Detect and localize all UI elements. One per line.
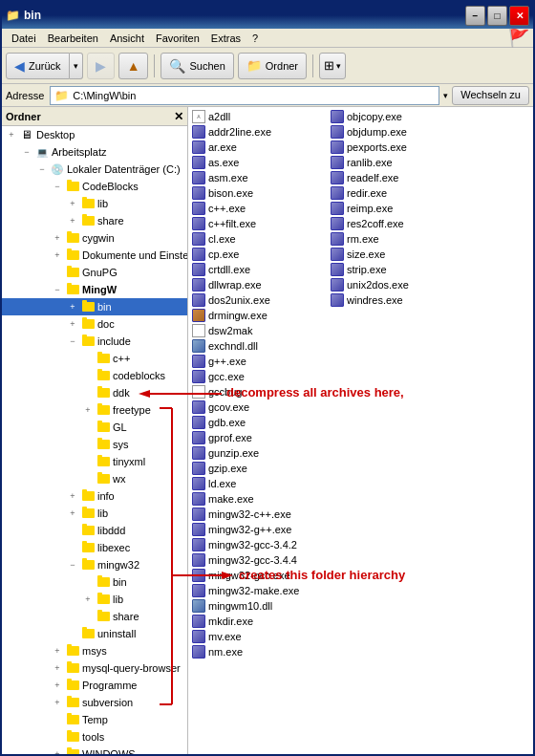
tree-item-share[interactable]: + share	[2, 212, 187, 229]
file-item-pexports[interactable]: pexports.exe	[329, 140, 467, 155]
tree-item-windows[interactable]: + WINDOWS	[2, 745, 187, 756]
folders-button[interactable]: 📁 Ordner	[238, 53, 307, 79]
back-button[interactable]: ◀ Zurück	[6, 53, 70, 79]
file-item-crtdll[interactable]: crtdll.exe	[190, 262, 329, 277]
file-item-mingw32gplusplus[interactable]: mingw32-g++.exe	[190, 522, 329, 537]
expand-lib3[interactable]: +	[80, 592, 96, 607]
expand-lib2[interactable]: +	[65, 506, 80, 521]
expand-mingw[interactable]: −	[50, 282, 65, 297]
file-item-unix2dos[interactable]: unix2dos.exe	[329, 277, 467, 292]
tree-item-freetype[interactable]: + freetype	[2, 401, 187, 419]
menu-extras[interactable]: Extras	[205, 31, 246, 46]
minimize-button[interactable]: −	[465, 6, 485, 26]
file-item-cplusfilt[interactable]: c++filt.exe	[190, 216, 329, 231]
tree-item-codeblocks2[interactable]: codeblocks	[2, 367, 187, 384]
file-item-bison[interactable]: bison.exe	[190, 185, 329, 201]
expand-lokaler[interactable]: −	[34, 162, 50, 177]
file-item-mingw32gcc342[interactable]: mingw32-gcc-3.4.2	[190, 537, 329, 552]
tree-item-programme[interactable]: + Programme	[2, 677, 187, 694]
go-button[interactable]: Wechseln zu	[452, 86, 529, 105]
file-item-gunzip[interactable]: gunzip.exe	[190, 445, 329, 461]
menu-datei[interactable]: Datei	[6, 31, 42, 46]
file-item-asm[interactable]: asm.exe	[190, 170, 329, 185]
file-item-mingw32make[interactable]: mingw32-make.exe	[190, 583, 329, 598]
tree-item-tinyxml[interactable]: tinyxml	[2, 453, 187, 470]
tree-item-msys[interactable]: + msys	[2, 642, 187, 659]
expand-info[interactable]: +	[65, 488, 80, 504]
tree-item-mingw[interactable]: − MingW	[2, 281, 187, 298]
file-item-reimp[interactable]: reimp.exe	[329, 201, 467, 216]
tree-item-lokaler[interactable]: − 💿 Lokaler Datenträger (C:)	[2, 161, 187, 178]
file-item-ar[interactable]: ar.exe	[190, 140, 329, 155]
tree-item-mysql[interactable]: + mysql-query-browser	[2, 659, 187, 677]
tree-item-arbeitsplatz[interactable]: − 💻 Arbeitsplatz	[2, 143, 187, 161]
file-item-mv[interactable]: mv.exe	[190, 629, 329, 644]
tree-item-bin2[interactable]: bin	[2, 573, 187, 591]
tree-item-bin[interactable]: + bin	[2, 298, 187, 315]
search-button[interactable]: 🔍 Suchen	[160, 53, 233, 79]
tree-item-dokumente[interactable]: + Dokumente und Einstellungen	[2, 247, 187, 264]
file-item-gcov[interactable]: gcov.exe	[190, 400, 329, 415]
file-item-addr2line[interactable]: addr2line.exe	[190, 124, 329, 140]
tree-item-sys[interactable]: sys	[2, 436, 187, 453]
tree-item-share2[interactable]: share	[2, 608, 187, 625]
expand-subversion[interactable]: +	[50, 695, 65, 710]
tree-item-temp[interactable]: Temp	[2, 711, 187, 728]
folder-panel-close-icon[interactable]: ✕	[174, 110, 183, 123]
tree-item-desktop[interactable]: + 🖥 Desktop	[2, 126, 187, 143]
tree-item-lib3[interactable]: + lib	[2, 591, 187, 608]
back-dropdown[interactable]: ▾	[70, 53, 83, 79]
file-item-ranlib[interactable]: ranlib.exe	[329, 155, 467, 170]
tree-item-ddk[interactable]: ddk	[2, 384, 187, 401]
menu-ansicht[interactable]: Ansicht	[104, 31, 150, 46]
file-item-dsw2mak[interactable]: dsw2mak	[190, 323, 329, 338]
tree-item-lib[interactable]: + lib	[2, 195, 187, 212]
file-item-mingw32cplusplus[interactable]: mingw32-c++.exe	[190, 507, 329, 522]
tree-item-codeblocks[interactable]: − CodeBlocks	[2, 178, 187, 195]
expand-desktop[interactable]: +	[4, 127, 19, 142]
file-item-objdump[interactable]: objdump.exe	[329, 124, 467, 140]
file-item-mingw32gccexe[interactable]: mingw32-gcc.exe	[190, 568, 329, 583]
file-item-rm[interactable]: rm.exe	[329, 231, 467, 247]
tree-item-gl[interactable]: GL	[2, 419, 187, 436]
tree-item-lib2[interactable]: + lib	[2, 505, 187, 522]
file-item-mingwm10[interactable]: mingwm10.dll	[190, 598, 329, 614]
tree-item-doc[interactable]: + doc	[2, 315, 187, 333]
expand-arbeitsplatz[interactable]: −	[19, 144, 34, 160]
expand-mysql[interactable]: +	[50, 660, 65, 676]
menu-help[interactable]: ?	[246, 31, 264, 46]
file-item-cp[interactable]: cp.exe	[190, 247, 329, 262]
file-item-ld[interactable]: ld.exe	[190, 476, 329, 491]
expand-share[interactable]: +	[65, 213, 80, 228]
file-item-nm[interactable]: nm.exe	[190, 644, 329, 659]
expand-programme[interactable]: +	[50, 678, 65, 693]
tree-item-cygwin[interactable]: + cygwin	[2, 229, 187, 247]
file-item-dllwrap[interactable]: dllwrap.exe	[190, 277, 329, 292]
expand-lib[interactable]: +	[65, 196, 80, 211]
menu-favoriten[interactable]: Favoriten	[150, 31, 205, 46]
file-item-size[interactable]: size.exe	[329, 247, 467, 262]
file-item-mingw32gcc344[interactable]: mingw32-gcc-3.4.4	[190, 552, 329, 568]
file-item-redir[interactable]: redir.exe	[329, 185, 467, 201]
file-item-strip[interactable]: strip.exe	[329, 262, 467, 277]
tree-item-subversion[interactable]: + subversion	[2, 694, 187, 711]
file-item-gplusplus[interactable]: g++.exe	[190, 354, 329, 369]
tree-item-mingw32[interactable]: − mingw32	[2, 556, 187, 573]
file-item-readelf[interactable]: readelf.exe	[329, 170, 467, 185]
expand-dokumente[interactable]: +	[50, 248, 65, 263]
tree-item-uninstall[interactable]: uninstall	[2, 625, 187, 642]
expand-mingw32[interactable]: −	[65, 557, 80, 572]
file-item-drmingw[interactable]: drmingw.exe	[190, 308, 329, 323]
file-item-cplusplus[interactable]: c++.exe	[190, 201, 329, 216]
file-item-gcc[interactable]: gcc.exe	[190, 369, 329, 384]
expand-doc[interactable]: +	[65, 316, 80, 332]
tree-item-tools[interactable]: tools	[2, 728, 187, 745]
expand-freetype[interactable]: +	[80, 402, 96, 418]
file-item-mkdir[interactable]: mkdir.exe	[190, 614, 329, 629]
tree-item-info[interactable]: + info	[2, 487, 187, 505]
tree-item-cxx[interactable]: c++	[2, 350, 187, 367]
address-input[interactable]: 📁 C:\MingW\bin	[50, 86, 439, 105]
expand-include[interactable]: −	[65, 334, 80, 349]
file-item-gzip[interactable]: gzip.exe	[190, 461, 329, 476]
tree-item-libexec[interactable]: libexec	[2, 539, 187, 556]
